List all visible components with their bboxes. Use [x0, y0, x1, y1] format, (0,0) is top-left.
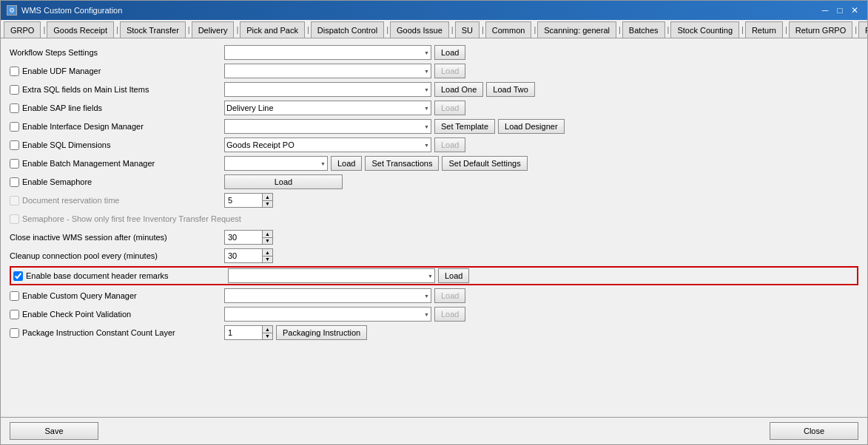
workflow-steps-label: Workflow Steps Settings	[10, 48, 224, 57]
semaphore-label: Enable Semaphore	[10, 177, 224, 187]
load-designer-button[interactable]: Load Designer	[498, 119, 565, 134]
sap-line-load-button[interactable]: Load	[434, 101, 465, 115]
check-point-dropdown[interactable]	[224, 307, 431, 322]
extra-sql-checkbox[interactable]	[10, 85, 19, 95]
tab-scanning-general[interactable]: Scanning: general	[537, 21, 616, 38]
semaphore-checkbox[interactable]	[10, 177, 19, 187]
base-document-load-button[interactable]: Load	[438, 268, 469, 283]
workflow-steps-load-button[interactable]: Load	[434, 45, 465, 60]
package-instruction-up[interactable]: ▲	[263, 326, 272, 333]
save-button[interactable]: Save	[10, 422, 98, 440]
udf-manager-dropdown[interactable]	[224, 64, 431, 78]
semaphore-load-button[interactable]: Load	[224, 174, 343, 189]
cleanup-connection-spinbox[interactable]: ▲ ▼	[224, 248, 273, 263]
tab-stock-transfer[interactable]: Stock Transfer	[120, 21, 186, 38]
package-instruction-down[interactable]: ▼	[263, 333, 272, 340]
custom-query-controls: Load	[224, 288, 858, 303]
check-point-checkbox[interactable]	[10, 310, 19, 319]
custom-query-dropdown[interactable]	[224, 288, 431, 303]
custom-query-load-button[interactable]: Load	[434, 288, 465, 303]
cleanup-connection-up[interactable]: ▲	[263, 249, 272, 257]
close-inactive-input[interactable]	[225, 231, 262, 244]
interface-design-controls: Set Template Load Designer	[224, 119, 858, 134]
maximize-button[interactable]: □	[833, 4, 847, 17]
tab-common[interactable]: Common	[485, 21, 532, 38]
interface-design-checkbox[interactable]	[10, 122, 19, 132]
workflow-steps-dropdown[interactable]	[224, 45, 431, 60]
cleanup-connection-down[interactable]: ▼	[263, 257, 272, 263]
close-inactive-spinbox[interactable]: ▲ ▼	[224, 230, 273, 245]
workflow-steps-dropdown-wrapper	[224, 45, 431, 60]
extra-sql-load-one-button[interactable]: Load One	[434, 82, 483, 97]
udf-manager-load-button[interactable]: Load	[434, 64, 465, 78]
base-document-checkbox[interactable]	[13, 271, 23, 281]
tab-return-grpo[interactable]: Return GRPO	[789, 21, 852, 38]
udf-manager-checkbox[interactable]	[10, 67, 19, 76]
package-instruction-checkbox[interactable]	[10, 328, 19, 338]
sql-dimensions-checkbox[interactable]	[10, 140, 19, 150]
title-bar-left: ⚙ WMS Custom Configuration	[7, 5, 122, 16]
custom-query-checkbox[interactable]	[10, 291, 19, 301]
batch-management-load-button[interactable]: Load	[331, 156, 362, 171]
row-workflow-steps: Workflow Steps Settings Load	[10, 44, 858, 61]
semaphore-controls: Load	[224, 174, 858, 189]
doc-reservation-spinbox[interactable]: ▲ ▼	[224, 193, 273, 208]
cleanup-connection-input[interactable]	[225, 249, 262, 262]
udf-manager-controls: Load	[224, 64, 858, 78]
tab-dispatch-control[interactable]: Dispatch Control	[311, 21, 384, 38]
semaphore-show-checkbox[interactable]	[10, 214, 19, 224]
title-bar: ⚙ WMS Custom Configuration ─ □ ✕	[1, 1, 867, 20]
doc-reservation-down[interactable]: ▼	[263, 201, 272, 208]
row-semaphore: Enable Semaphore Load	[10, 174, 858, 190]
base-document-dropdown[interactable]	[228, 268, 435, 283]
app-icon: ⚙	[7, 5, 17, 16]
tab-su[interactable]: SU	[455, 21, 480, 38]
sql-dimensions-dropdown[interactable]: Goods Receipt PO	[224, 137, 431, 152]
packaging-instruction-button[interactable]: Packaging Instruction	[276, 325, 367, 340]
interface-design-dropdown-wrapper	[224, 119, 431, 134]
tab-production[interactable]: Production	[858, 21, 867, 38]
doc-reservation-input[interactable]	[225, 194, 262, 207]
tab-pick-and-pack[interactable]: Pick and Pack	[240, 21, 305, 38]
close-inactive-up[interactable]: ▲	[263, 231, 272, 238]
tab-goods-receipt[interactable]: Goods Receipt	[47, 21, 114, 38]
udf-manager-label: Enable UDF Manager	[10, 67, 224, 76]
footer: Save Close	[1, 417, 867, 444]
tab-goods-issue[interactable]: Goods Issue	[390, 21, 449, 38]
close-button[interactable]: Close	[770, 422, 858, 440]
set-transactions-button[interactable]: Set Transactions	[365, 156, 439, 171]
interface-design-label: Enable Interface Design Manager	[10, 122, 224, 132]
tab-return[interactable]: Return	[745, 21, 783, 38]
row-package-instruction: Package Instruction Constant Count Layer…	[10, 325, 858, 341]
package-instruction-input[interactable]	[225, 326, 262, 339]
sql-dimensions-load-button[interactable]: Load	[434, 137, 465, 152]
set-template-button[interactable]: Set Template	[434, 119, 495, 134]
row-sap-line: Enable SAP line fields Delivery Line Loa…	[10, 100, 858, 116]
sap-line-controls: Delivery Line Load	[224, 101, 858, 115]
package-instruction-spinbox[interactable]: ▲ ▼	[224, 325, 273, 340]
doc-reservation-up[interactable]: ▲	[263, 194, 272, 201]
minimize-button[interactable]: ─	[818, 4, 832, 17]
row-doc-reservation: Document reservation time ▲ ▼	[10, 192, 858, 208]
doc-reservation-checkbox[interactable]	[10, 196, 19, 205]
custom-query-label: Enable Custom Query Manager	[10, 291, 224, 301]
footer-left: Save	[10, 422, 98, 440]
tab-stock-counting[interactable]: Stock Counting	[670, 21, 739, 38]
batch-management-dropdown[interactable]	[224, 156, 328, 171]
tab-grpo[interactable]: GRPO	[4, 21, 41, 38]
extra-sql-dropdown[interactable]	[224, 82, 431, 97]
window-close-button[interactable]: ✕	[848, 4, 861, 17]
sap-line-checkbox[interactable]	[10, 103, 19, 113]
check-point-load-button[interactable]: Load	[434, 307, 465, 322]
close-inactive-down[interactable]: ▼	[263, 238, 272, 245]
interface-design-dropdown[interactable]	[224, 119, 431, 134]
set-default-settings-button[interactable]: Set Default Settings	[442, 156, 527, 171]
tab-bar: GRPO | Goods Receipt | Stock Transfer | …	[1, 20, 867, 38]
cleanup-connection-label: Cleanup connection pool every (minutes)	[10, 251, 224, 260]
tab-batches[interactable]: Batches	[622, 21, 665, 38]
batch-management-checkbox[interactable]	[10, 159, 19, 169]
extra-sql-load-two-button[interactable]: Load Two	[486, 82, 535, 97]
tab-delivery[interactable]: Delivery	[192, 21, 235, 38]
row-batch-management: Enable Batch Management Manager Load Set…	[10, 155, 858, 171]
sap-line-dropdown[interactable]: Delivery Line	[224, 101, 431, 115]
